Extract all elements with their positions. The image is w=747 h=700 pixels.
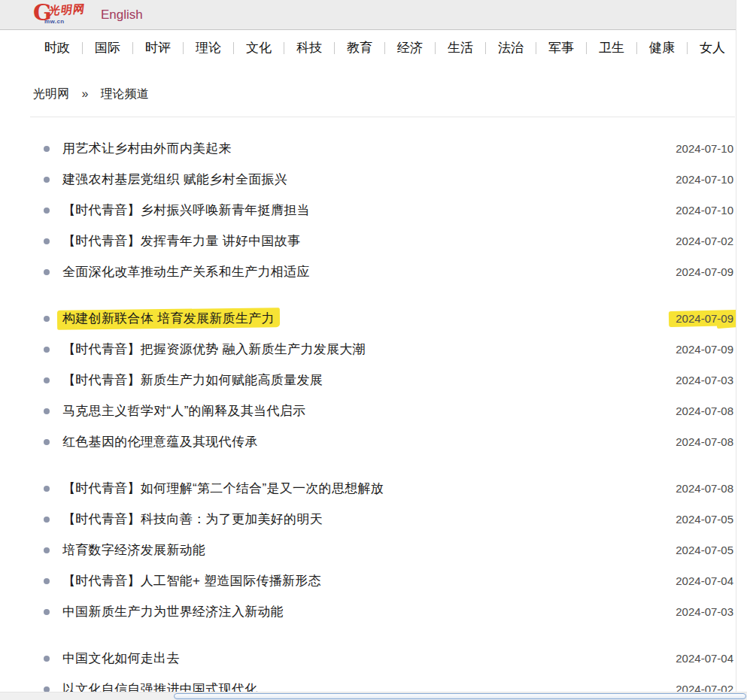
article-date: 2024-07-09 [676,265,733,278]
article-title-link[interactable]: 马克思主义哲学对“人”的阐释及其当代启示 [62,402,305,420]
article-title-link[interactable]: 全面深化改革推动生产关系和生产力相适应 [62,263,310,280]
article-date: 2024-07-10 [676,204,733,217]
article-title-link[interactable]: 【时代青音】科技向善：为了更加美好的明天 [62,511,323,528]
right-gutter [736,0,747,692]
bullet-icon [44,208,50,214]
horizontal-scrollbar[interactable] [0,692,747,700]
article-date: 2024-07-05 [676,544,733,556]
breadcrumb-channel-link[interactable]: 理论频道 [101,87,149,100]
bullet-icon [44,517,50,523]
bullet-icon [44,408,50,414]
article-title-link[interactable]: 【时代青音】人工智能+ 塑造国际传播新形态 [62,572,321,589]
nav-item-2[interactable]: 国际 [83,39,132,56]
article-title-link[interactable]: 中国文化如何走出去 [62,650,180,667]
nav-item-13[interactable]: 健康 [637,39,687,56]
article-title-link[interactable]: 培育数字经济发展新动能 [62,541,205,559]
bullet-icon [44,269,50,275]
bullet-icon [44,609,50,615]
article-row: 建强农村基层党组织 赋能乡村全面振兴2024-07-10 [0,164,747,195]
bullet-icon [44,146,50,152]
bullet-icon [44,578,50,584]
article-row: 【时代青音】如何理解“第二个结合”是又一次的思想解放2024-07-08 [0,473,747,504]
article-title-link[interactable]: 【时代青音】新质生产力如何赋能高质量发展 [62,371,323,389]
bullet-icon [44,377,50,383]
article-row: 【时代青音】把握资源优势 融入新质生产力发展大潮2024-07-09 [0,334,747,365]
article-row: 【时代青音】科技向善：为了更加美好的明天2024-07-05 [0,504,747,535]
nav-item-12[interactable]: 卫生 [587,39,636,56]
nav-item-4[interactable]: 理论 [184,39,233,56]
english-link[interactable]: English [101,8,143,23]
article-row: 中国文化如何走出去2024-07-04 [0,643,747,674]
article-title-link[interactable]: 【时代青音】发挥青年力量 讲好中国故事 [62,232,300,250]
main-nav: 时政国际时评理论文化科技教育经济生活法治军事卫生健康女人 [0,30,747,65]
nav-item-8[interactable]: 经济 [385,39,435,56]
horizontal-scrollbar-thumb[interactable] [174,693,746,699]
bullet-icon [44,347,50,353]
article-row: 【时代青音】发挥青年力量 讲好中国故事2024-07-02 [0,226,747,256]
article-title-link[interactable]: 用艺术让乡村由外而内美起来 [62,140,232,157]
article-date: 2024-07-09 [676,343,733,356]
article-date: 2024-07-04 [676,652,733,665]
article-title-link[interactable]: 中国新质生产力为世界经济注入新动能 [62,603,284,620]
article-row: 【时代青音】乡村振兴呼唤新青年挺膺担当2024-07-10 [0,195,747,226]
bullet-icon [44,547,50,553]
article-row: 马克思主义哲学对“人”的阐释及其当代启示2024-07-08 [0,395,747,426]
nav-item-3[interactable]: 时评 [133,39,183,56]
nav-item-5[interactable]: 文化 [234,39,284,56]
logo-mwcn-text: mw.cn [44,18,65,25]
article-list: 用艺术让乡村由外而内美起来2024-07-10建强农村基层党组织 赋能乡村全面振… [0,117,747,700]
article-row: 【时代青音】人工智能+ 塑造国际传播新形态2024-07-04 [0,565,747,596]
article-date: 2024-07-10 [676,173,733,186]
article-date: 2024-07-10 [676,142,733,155]
article-row: 用艺术让乡村由外而内美起来2024-07-10 [0,133,747,164]
article-date: 2024-07-09 [676,312,733,325]
article-date: 2024-07-08 [676,482,733,495]
article-date: 2024-07-02 [676,235,733,247]
breadcrumb: 光明网 » 理论频道 [0,65,747,102]
bullet-icon [44,316,50,322]
nav-item-9[interactable]: 生活 [436,39,485,56]
article-date: 2024-07-04 [676,574,733,587]
bullet-icon [44,439,50,445]
nav-item-10[interactable]: 法治 [486,39,536,56]
topbar: G 光明网 mw.cn English [0,0,747,30]
nav-item-1[interactable]: 时政 [32,39,82,56]
breadcrumb-separator: » [81,87,88,100]
article-date: 2024-07-05 [676,513,733,526]
article-title-link[interactable]: 构建创新联合体 培育发展新质生产力 [62,310,275,327]
article-title-link[interactable]: 【时代青音】乡村振兴呼唤新青年挺膺担当 [62,202,310,219]
article-date: 2024-07-08 [676,405,733,417]
breadcrumb-site-link[interactable]: 光明网 [33,87,69,100]
bullet-icon [44,486,50,492]
article-row: 全面深化改革推动生产关系和生产力相适应2024-07-09 [0,256,747,287]
article-title-link[interactable]: 建强农村基层党组织 赋能乡村全面振兴 [62,171,287,188]
bullet-icon [44,177,50,183]
bullet-icon [44,238,50,244]
article-row: 【时代青音】新质生产力如何赋能高质量发展2024-07-03 [0,365,747,395]
article-row: 红色基因的伦理意蕴及其现代传承2024-07-08 [0,426,747,457]
article-date: 2024-07-03 [676,374,733,386]
nav-item-11[interactable]: 军事 [536,39,586,56]
bullet-icon [44,656,50,662]
nav-item-6[interactable]: 科技 [284,39,334,56]
article-row: 中国新质生产力为世界经济注入新动能2024-07-03 [0,596,747,627]
article-row: 培育数字经济发展新动能2024-07-05 [0,535,747,565]
nav-item-7[interactable]: 教育 [335,39,384,56]
nav-item-14[interactable]: 女人 [688,39,737,56]
article-date: 2024-07-08 [676,435,733,448]
gmw-logo[interactable]: G 光明网 mw.cn [33,2,92,28]
article-title-link[interactable]: 【时代青音】把握资源优势 融入新质生产力发展大潮 [62,341,366,358]
article-title-link[interactable]: 【时代青音】如何理解“第二个结合”是又一次的思想解放 [62,480,384,497]
logo-chinese-text: 光明网 [48,2,87,17]
article-date: 2024-07-03 [676,605,733,618]
article-title-link[interactable]: 红色基因的伦理意蕴及其现代传承 [62,433,258,450]
article-row: 构建创新联合体 培育发展新质生产力2024-07-09 [0,303,747,334]
